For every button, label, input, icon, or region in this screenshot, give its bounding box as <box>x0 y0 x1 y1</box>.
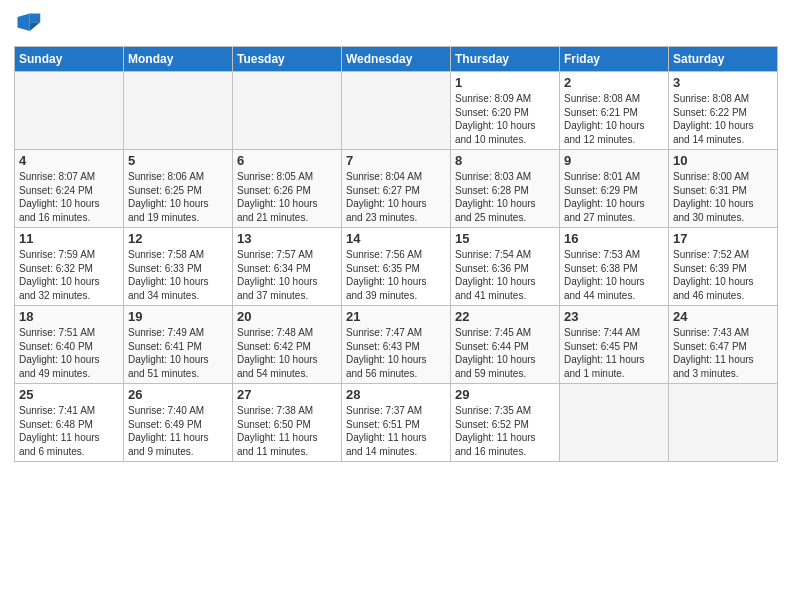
calendar-table: SundayMondayTuesdayWednesdayThursdayFrid… <box>14 46 778 462</box>
svg-marker-0 <box>30 14 41 23</box>
day-cell: 16Sunrise: 7:53 AM Sunset: 6:38 PM Dayli… <box>560 228 669 306</box>
day-info: Sunrise: 8:06 AM Sunset: 6:25 PM Dayligh… <box>128 170 228 224</box>
col-header-saturday: Saturday <box>669 47 778 72</box>
day-info: Sunrise: 7:48 AM Sunset: 6:42 PM Dayligh… <box>237 326 337 380</box>
logo <box>14 10 46 38</box>
day-cell: 3Sunrise: 8:08 AM Sunset: 6:22 PM Daylig… <box>669 72 778 150</box>
day-number: 14 <box>346 231 446 246</box>
day-cell <box>560 384 669 462</box>
day-number: 10 <box>673 153 773 168</box>
day-info: Sunrise: 8:04 AM Sunset: 6:27 PM Dayligh… <box>346 170 446 224</box>
day-info: Sunrise: 7:44 AM Sunset: 6:45 PM Dayligh… <box>564 326 664 380</box>
day-number: 11 <box>19 231 119 246</box>
day-cell <box>342 72 451 150</box>
day-info: Sunrise: 7:56 AM Sunset: 6:35 PM Dayligh… <box>346 248 446 302</box>
day-info: Sunrise: 7:59 AM Sunset: 6:32 PM Dayligh… <box>19 248 119 302</box>
day-number: 28 <box>346 387 446 402</box>
day-cell: 13Sunrise: 7:57 AM Sunset: 6:34 PM Dayli… <box>233 228 342 306</box>
day-cell: 19Sunrise: 7:49 AM Sunset: 6:41 PM Dayli… <box>124 306 233 384</box>
col-header-wednesday: Wednesday <box>342 47 451 72</box>
day-cell: 20Sunrise: 7:48 AM Sunset: 6:42 PM Dayli… <box>233 306 342 384</box>
day-number: 1 <box>455 75 555 90</box>
svg-marker-2 <box>18 14 30 32</box>
day-cell: 26Sunrise: 7:40 AM Sunset: 6:49 PM Dayli… <box>124 384 233 462</box>
day-cell: 9Sunrise: 8:01 AM Sunset: 6:29 PM Daylig… <box>560 150 669 228</box>
day-cell: 1Sunrise: 8:09 AM Sunset: 6:20 PM Daylig… <box>451 72 560 150</box>
day-number: 29 <box>455 387 555 402</box>
day-info: Sunrise: 7:51 AM Sunset: 6:40 PM Dayligh… <box>19 326 119 380</box>
day-info: Sunrise: 8:01 AM Sunset: 6:29 PM Dayligh… <box>564 170 664 224</box>
day-cell <box>669 384 778 462</box>
day-cell: 11Sunrise: 7:59 AM Sunset: 6:32 PM Dayli… <box>15 228 124 306</box>
day-number: 19 <box>128 309 228 324</box>
day-info: Sunrise: 7:52 AM Sunset: 6:39 PM Dayligh… <box>673 248 773 302</box>
day-number: 13 <box>237 231 337 246</box>
day-number: 12 <box>128 231 228 246</box>
day-cell: 6Sunrise: 8:05 AM Sunset: 6:26 PM Daylig… <box>233 150 342 228</box>
day-number: 20 <box>237 309 337 324</box>
week-row-2: 11Sunrise: 7:59 AM Sunset: 6:32 PM Dayli… <box>15 228 778 306</box>
day-cell: 21Sunrise: 7:47 AM Sunset: 6:43 PM Dayli… <box>342 306 451 384</box>
col-header-friday: Friday <box>560 47 669 72</box>
day-number: 2 <box>564 75 664 90</box>
day-number: 24 <box>673 309 773 324</box>
day-info: Sunrise: 8:09 AM Sunset: 6:20 PM Dayligh… <box>455 92 555 146</box>
day-cell <box>124 72 233 150</box>
day-number: 27 <box>237 387 337 402</box>
day-info: Sunrise: 7:54 AM Sunset: 6:36 PM Dayligh… <box>455 248 555 302</box>
day-info: Sunrise: 7:40 AM Sunset: 6:49 PM Dayligh… <box>128 404 228 458</box>
col-header-sunday: Sunday <box>15 47 124 72</box>
day-cell <box>15 72 124 150</box>
day-cell: 22Sunrise: 7:45 AM Sunset: 6:44 PM Dayli… <box>451 306 560 384</box>
day-number: 22 <box>455 309 555 324</box>
day-info: Sunrise: 7:45 AM Sunset: 6:44 PM Dayligh… <box>455 326 555 380</box>
day-cell: 5Sunrise: 8:06 AM Sunset: 6:25 PM Daylig… <box>124 150 233 228</box>
day-number: 3 <box>673 75 773 90</box>
day-info: Sunrise: 7:49 AM Sunset: 6:41 PM Dayligh… <box>128 326 228 380</box>
week-row-1: 4Sunrise: 8:07 AM Sunset: 6:24 PM Daylig… <box>15 150 778 228</box>
day-number: 18 <box>19 309 119 324</box>
page: SundayMondayTuesdayWednesdayThursdayFrid… <box>0 0 792 472</box>
day-number: 21 <box>346 309 446 324</box>
day-cell: 14Sunrise: 7:56 AM Sunset: 6:35 PM Dayli… <box>342 228 451 306</box>
col-header-monday: Monday <box>124 47 233 72</box>
day-number: 6 <box>237 153 337 168</box>
day-info: Sunrise: 8:03 AM Sunset: 6:28 PM Dayligh… <box>455 170 555 224</box>
day-cell: 17Sunrise: 7:52 AM Sunset: 6:39 PM Dayli… <box>669 228 778 306</box>
day-cell: 8Sunrise: 8:03 AM Sunset: 6:28 PM Daylig… <box>451 150 560 228</box>
day-info: Sunrise: 7:47 AM Sunset: 6:43 PM Dayligh… <box>346 326 446 380</box>
day-info: Sunrise: 7:41 AM Sunset: 6:48 PM Dayligh… <box>19 404 119 458</box>
day-info: Sunrise: 7:53 AM Sunset: 6:38 PM Dayligh… <box>564 248 664 302</box>
header-row: SundayMondayTuesdayWednesdayThursdayFrid… <box>15 47 778 72</box>
day-info: Sunrise: 8:05 AM Sunset: 6:26 PM Dayligh… <box>237 170 337 224</box>
day-cell: 18Sunrise: 7:51 AM Sunset: 6:40 PM Dayli… <box>15 306 124 384</box>
day-number: 26 <box>128 387 228 402</box>
col-header-thursday: Thursday <box>451 47 560 72</box>
day-cell: 27Sunrise: 7:38 AM Sunset: 6:50 PM Dayli… <box>233 384 342 462</box>
week-row-3: 18Sunrise: 7:51 AM Sunset: 6:40 PM Dayli… <box>15 306 778 384</box>
logo-icon <box>14 10 42 38</box>
header <box>14 10 778 38</box>
week-row-4: 25Sunrise: 7:41 AM Sunset: 6:48 PM Dayli… <box>15 384 778 462</box>
svg-marker-1 <box>30 22 41 31</box>
day-info: Sunrise: 7:35 AM Sunset: 6:52 PM Dayligh… <box>455 404 555 458</box>
day-cell: 4Sunrise: 8:07 AM Sunset: 6:24 PM Daylig… <box>15 150 124 228</box>
day-number: 17 <box>673 231 773 246</box>
day-number: 15 <box>455 231 555 246</box>
day-number: 7 <box>346 153 446 168</box>
day-number: 16 <box>564 231 664 246</box>
day-info: Sunrise: 7:37 AM Sunset: 6:51 PM Dayligh… <box>346 404 446 458</box>
week-row-0: 1Sunrise: 8:09 AM Sunset: 6:20 PM Daylig… <box>15 72 778 150</box>
day-info: Sunrise: 8:08 AM Sunset: 6:21 PM Dayligh… <box>564 92 664 146</box>
day-cell: 29Sunrise: 7:35 AM Sunset: 6:52 PM Dayli… <box>451 384 560 462</box>
day-cell: 24Sunrise: 7:43 AM Sunset: 6:47 PM Dayli… <box>669 306 778 384</box>
day-info: Sunrise: 7:58 AM Sunset: 6:33 PM Dayligh… <box>128 248 228 302</box>
day-number: 5 <box>128 153 228 168</box>
day-cell: 23Sunrise: 7:44 AM Sunset: 6:45 PM Dayli… <box>560 306 669 384</box>
day-cell <box>233 72 342 150</box>
day-cell: 15Sunrise: 7:54 AM Sunset: 6:36 PM Dayli… <box>451 228 560 306</box>
day-info: Sunrise: 8:07 AM Sunset: 6:24 PM Dayligh… <box>19 170 119 224</box>
col-header-tuesday: Tuesday <box>233 47 342 72</box>
day-number: 23 <box>564 309 664 324</box>
day-info: Sunrise: 8:08 AM Sunset: 6:22 PM Dayligh… <box>673 92 773 146</box>
